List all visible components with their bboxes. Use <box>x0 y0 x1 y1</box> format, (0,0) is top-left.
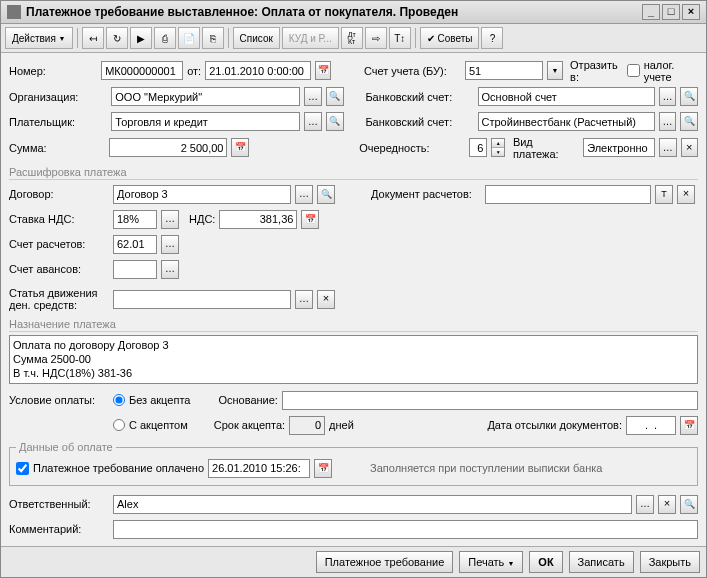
tax-accounting-checkbox[interactable] <box>627 64 640 77</box>
doc-button[interactable]: Платежное требование <box>316 551 454 573</box>
maximize-button[interactable]: □ <box>662 4 680 20</box>
calc-acc-select-button[interactable] <box>161 235 179 254</box>
vat-rate-select-button[interactable] <box>161 210 179 229</box>
minimize-button[interactable]: _ <box>642 4 660 20</box>
account-bu-label: Счет учета (БУ): <box>364 65 461 77</box>
bank-acc2-select-button[interactable] <box>659 112 677 131</box>
dtkt-button[interactable]: Дт Кт <box>341 27 363 49</box>
contract-search-button[interactable] <box>317 185 335 204</box>
main-window: Платежное требование выставленное: Оплат… <box>0 0 707 578</box>
tool-back-icon[interactable]: ↤ <box>82 27 104 49</box>
doc-calc-clear-button[interactable] <box>677 185 695 204</box>
calc-acc-input[interactable] <box>113 235 157 254</box>
resp-search-button[interactable] <box>680 495 698 514</box>
tips-button[interactable]: ✔ Советы <box>420 27 480 49</box>
account-bu-dropdown[interactable] <box>547 61 563 80</box>
bank-acc1-select-button[interactable] <box>659 87 677 106</box>
paid-checkbox[interactable] <box>16 462 29 475</box>
help-button[interactable]: ? <box>481 27 503 49</box>
bank-acc2-search-button[interactable] <box>680 112 698 131</box>
ok-button[interactable]: ОК <box>529 551 562 573</box>
doc-send-date-input[interactable] <box>626 416 676 435</box>
priority-label: Очередность: <box>359 142 465 154</box>
vat-rate-input[interactable] <box>113 210 157 229</box>
save-button[interactable]: Записать <box>569 551 634 573</box>
no-accept-radio[interactable] <box>113 394 125 406</box>
bank-acc1-search-button[interactable] <box>680 87 698 106</box>
purpose-textarea[interactable]: Оплата по договору Договор 3 Сумма 2500-… <box>9 335 698 384</box>
with-accept-radio[interactable] <box>113 419 125 431</box>
resp-select-button[interactable] <box>636 495 654 514</box>
vat-input[interactable] <box>219 210 297 229</box>
basis-input[interactable] <box>282 391 698 410</box>
paid-date-input[interactable] <box>208 459 310 478</box>
kudir-button[interactable]: КУД и Р... <box>282 27 339 49</box>
priority-input[interactable] <box>469 138 487 157</box>
cashflow-clear-button[interactable] <box>317 290 335 309</box>
vat-calc-button[interactable] <box>301 210 319 229</box>
tool-go-icon[interactable]: ⇨ <box>365 27 387 49</box>
resp-clear-button[interactable] <box>658 495 676 514</box>
payment-data-legend: Данные об оплате <box>16 441 116 453</box>
doc-calc-t-button[interactable]: T <box>655 185 673 204</box>
pay-kind-select-button[interactable] <box>659 138 676 157</box>
paid-date-calendar[interactable] <box>314 459 332 478</box>
contract-label: Договор: <box>9 188 109 200</box>
list-button[interactable]: Список <box>233 27 280 49</box>
org-select-button[interactable] <box>304 87 322 106</box>
print-button[interactable]: Печать ▼ <box>459 551 523 573</box>
number-input[interactable] <box>101 61 183 80</box>
doc-calc-label: Документ расчетов: <box>371 188 481 200</box>
date-calendar-button[interactable] <box>315 61 331 80</box>
org-search-button[interactable] <box>326 87 344 106</box>
footer: Платежное требование Печать ▼ ОК Записат… <box>1 546 706 577</box>
doc-send-date-calendar[interactable] <box>680 416 698 435</box>
payer-input[interactable] <box>111 112 300 131</box>
cashflow-select-button[interactable] <box>295 290 313 309</box>
close-window-button[interactable]: × <box>682 4 700 20</box>
tool-struct-icon[interactable]: ⎙ <box>154 27 176 49</box>
resp-input[interactable] <box>113 495 632 514</box>
no-accept-label: Без акцепта <box>129 394 190 406</box>
contract-input[interactable] <box>113 185 291 204</box>
paid-label: Платежное требование оплачено <box>33 462 204 474</box>
advance-acc-select-button[interactable] <box>161 260 179 279</box>
tool-refresh-icon[interactable]: ↻ <box>106 27 128 49</box>
payer-select-button[interactable] <box>304 112 322 131</box>
cond-label: Условие оплаты: <box>9 394 109 406</box>
bank-acc2-input[interactable] <box>478 112 655 131</box>
contract-select-button[interactable] <box>295 185 313 204</box>
tool-template-icon[interactable]: T↕ <box>389 27 411 49</box>
bank-acc1-input[interactable] <box>478 87 655 106</box>
priority-spinner[interactable]: ▲▼ <box>491 138 505 157</box>
org-input[interactable] <box>111 87 300 106</box>
advance-acc-label: Счет авансов: <box>9 263 109 275</box>
bank-acc1-label: Банковский счет: <box>365 91 473 103</box>
vat-rate-label: Ставка НДС: <box>9 213 109 225</box>
number-label: Номер: <box>9 65 97 77</box>
tax-accounting-label: налог. учете <box>644 59 698 83</box>
close-button[interactable]: Закрыть <box>640 551 700 573</box>
accept-term-label: Срок акцепта: <box>214 419 285 431</box>
payer-search-button[interactable] <box>326 112 344 131</box>
calc-acc-label: Счет расчетов: <box>9 238 109 250</box>
pay-kind-clear-button[interactable] <box>681 138 698 157</box>
payer-label: Плательщик: <box>9 116 107 128</box>
sum-input[interactable] <box>109 138 227 157</box>
pay-kind-input[interactable] <box>583 138 655 157</box>
sum-calc-button[interactable] <box>231 138 248 157</box>
comment-label: Комментарий: <box>9 523 109 535</box>
tool-basis-icon[interactable]: 📄 <box>178 27 200 49</box>
actions-menu[interactable]: Действия ▼ <box>5 27 73 49</box>
date-input[interactable] <box>205 61 311 80</box>
doc-calc-input[interactable] <box>485 185 651 204</box>
payment-hint: Заполняется при поступлении выписки банк… <box>370 462 602 474</box>
cashflow-input[interactable] <box>113 290 291 309</box>
account-bu-input[interactable] <box>465 61 543 80</box>
accept-term-input[interactable] <box>289 416 325 435</box>
advance-acc-input[interactable] <box>113 260 157 279</box>
tool-copy-icon[interactable]: ⎘ <box>202 27 224 49</box>
tool-post-icon[interactable]: ▶ <box>130 27 152 49</box>
purpose-header: Назначение платежа <box>9 318 698 332</box>
comment-input[interactable] <box>113 520 698 539</box>
